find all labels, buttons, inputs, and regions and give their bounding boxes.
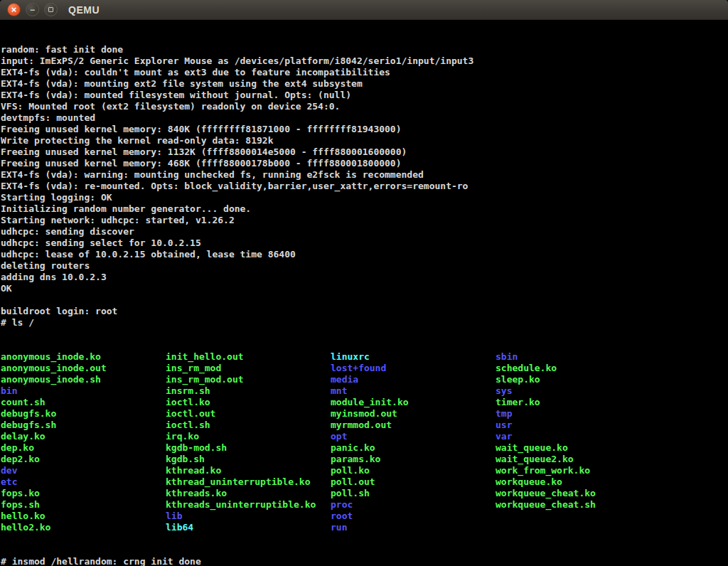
ls-row: devkthread.kopoll.kowork_from_work.ko (1, 465, 728, 476)
terminal-line: EXT4-fs (vda): mounting ext2 file system… (1, 78, 728, 90)
file-entry: usr (496, 420, 660, 431)
file-entry: lib64 (166, 522, 331, 533)
ls-row: dep.kokgdb-mod.shpanic.kowait_queue.ko (1, 442, 728, 454)
terminal-line: Freeing unused kernel memory: 468K (ffff… (1, 158, 728, 169)
file-entry: run (331, 522, 496, 533)
file-entry: params.ko (331, 454, 496, 465)
terminal-line: OK (1, 283, 728, 294)
file-entry: anonymous_inode.sh (1, 374, 166, 385)
file-entry: myrmmod.out (331, 420, 496, 431)
tail-log: # insmod /hellrandom: crng init done# in… (1, 556, 728, 566)
file-entry: ins_rm_mod (166, 363, 331, 374)
file-entry: anonymous_inode.ko (1, 351, 166, 363)
file-entry: poll.ko (331, 465, 496, 476)
ls-row: delay.koirq.kooptvar (1, 431, 728, 442)
ls-row: debugfs.shioctl.shmyrmmod.outusr (1, 420, 728, 431)
terminal-line: udhcpc: lease of 10.0.2.15 obtained, lea… (1, 249, 728, 260)
file-entry: proc (331, 499, 496, 511)
ls-row: fops.kokthreads.kopoll.shworkqueue_cheat… (1, 488, 728, 499)
terminal-line: Freeing unused kernel memory: 840K (ffff… (1, 124, 728, 135)
ls-row: debugfs.koioctl.outmyinsmod.outtmp (1, 408, 728, 420)
file-entry: media (331, 374, 496, 385)
file-entry: debugfs.sh (1, 420, 166, 431)
file-entry: kthread.ko (166, 465, 331, 476)
ls-row: hello2.kolib64run (1, 522, 728, 533)
file-entry: lib (166, 511, 331, 522)
file-entry: init_hello.out (166, 351, 331, 363)
maximize-button[interactable] (44, 3, 58, 16)
terminal-line (1, 294, 728, 306)
file-entry: sys (496, 385, 660, 397)
file-entry: workqueue_cheat.ko (496, 488, 660, 499)
file-entry: debugfs.ko (1, 408, 166, 420)
file-entry: poll.out (331, 476, 496, 488)
file-entry: dev (1, 465, 166, 476)
terminal-screen[interactable]: random: fast init doneinput: ImExPS/2 Ge… (0, 20, 728, 566)
file-entry: timer.ko (496, 397, 660, 408)
close-button[interactable]: × (7, 3, 21, 16)
file-entry: panic.ko (331, 442, 496, 454)
ls-row: hello.kolibroot (1, 511, 728, 522)
ls-row: anonymous_inode.koinit_hello.outlinuxrcs… (1, 351, 728, 363)
file-entry: root (331, 511, 496, 522)
file-entry: lost+found (331, 363, 496, 374)
ls-row: count.shioctl.komodule_init.kotimer.ko (1, 397, 728, 408)
terminal-line: VFS: Mounted root (ext2 filesystem) read… (1, 101, 728, 112)
terminal-line: EXT4-fs (vda): mounted filesystem withou… (1, 90, 728, 101)
file-entry: var (496, 431, 660, 442)
file-entry: insrm.sh (166, 385, 331, 397)
file-entry: ins_rm_mod.out (166, 374, 331, 385)
file-entry: work_from_work.ko (496, 465, 660, 476)
window-titlebar: × − QEMU (0, 0, 728, 20)
ls-row: dep2.kokgdb.shparams.kowait_queue2.ko (1, 454, 728, 465)
terminal-line: deleting routers (1, 260, 728, 272)
terminal-line: EXT4-fs (vda): re-mounted. Opts: block_v… (1, 181, 728, 192)
file-entry: linuxrc (331, 351, 496, 363)
terminal-line: adding dns 10.0.2.3 (1, 272, 728, 283)
terminal-line: random: fast init done (1, 44, 728, 55)
file-entry: count.sh (1, 397, 166, 408)
window-title: QEMU (68, 4, 100, 16)
file-entry: fops.sh (1, 499, 166, 511)
terminal-line: EXT4-fs (vda): couldn't mount as ext3 du… (1, 67, 728, 78)
terminal-line: Starting network: udhcpc: started, v1.26… (1, 215, 728, 226)
maximize-icon (48, 7, 53, 12)
file-entry: mnt (331, 385, 496, 397)
terminal-line: Initializing random number generator... … (1, 203, 728, 215)
qemu-window: × − QEMU random: fast init doneinput: Im… (0, 0, 728, 566)
file-entry: bin (1, 385, 166, 397)
ls-output: anonymous_inode.koinit_hello.outlinuxrcs… (1, 351, 728, 533)
file-entry: myinsmod.out (331, 408, 496, 420)
ls-row: etckthread_uninterruptible.kopoll.outwor… (1, 476, 728, 488)
terminal-line: udhcpc: sending select for 10.0.2.15 (1, 237, 728, 249)
terminal-line: input: ImExPS/2 Generic Explorer Mouse a… (1, 55, 728, 67)
file-entry: hello2.ko (1, 522, 166, 533)
terminal-line: Starting logging: OK (1, 192, 728, 203)
file-entry: schedule.ko (496, 363, 660, 374)
ls-row: anonymous_inode.outins_rm_modlost+founds… (1, 363, 728, 374)
terminal-line: EXT4-fs (vda): warning: mounting uncheck… (1, 169, 728, 181)
file-entry: opt (331, 431, 496, 442)
file-entry: module_init.ko (331, 397, 496, 408)
file-entry: wait_queue2.ko (496, 454, 660, 465)
ls-row: bininsrm.shmntsys (1, 385, 728, 397)
terminal-line: devtmpfs: mounted (1, 112, 728, 124)
file-entry: workqueue_cheat.sh (496, 499, 660, 511)
boot-log: random: fast init doneinput: ImExPS/2 Ge… (1, 44, 728, 329)
file-entry: poll.sh (331, 488, 496, 499)
file-entry: irq.ko (166, 431, 331, 442)
file-entry: fops.ko (1, 488, 166, 499)
file-entry: workqueue.ko (496, 476, 660, 488)
file-entry: delay.ko (1, 431, 166, 442)
file-entry: ioctl.ko (166, 397, 331, 408)
terminal-line: Freeing unused kernel memory: 1132K (fff… (1, 146, 728, 158)
terminal-line: # ls / (1, 317, 728, 329)
file-entry: wait_queue.ko (496, 442, 660, 454)
minimize-button[interactable]: − (26, 3, 39, 16)
file-entry: kgdb-mod.sh (166, 442, 331, 454)
file-entry: kthread_uninterruptible.ko (166, 476, 331, 488)
minimize-icon: − (30, 6, 35, 14)
file-entry: dep.ko (1, 442, 166, 454)
file-entry: tmp (496, 408, 660, 420)
terminal-line: buildroot login: root (1, 306, 728, 317)
